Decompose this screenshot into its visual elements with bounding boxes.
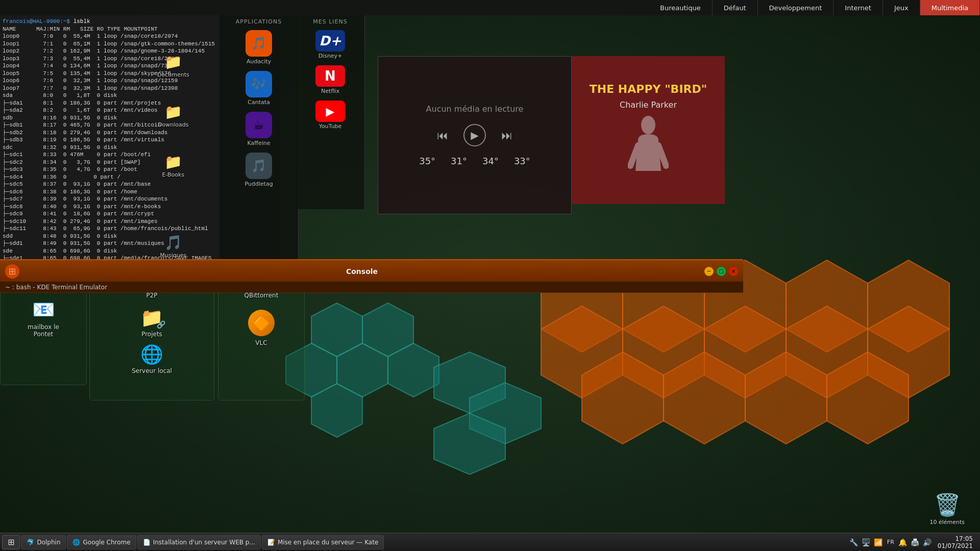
menu-internet[interactable]: Internet [834,0,883,15]
youtube-icon: ▶ [315,101,345,122]
trash-icon-img: 🗑️ [934,492,961,517]
menu-jeux[interactable]: Jeux [883,0,920,15]
menu-developpement[interactable]: Developpement [758,0,834,15]
kaffeine-icon: ☕ [246,112,272,138]
app-audacity[interactable]: 🎵 Audacity [219,27,298,68]
system-clock: 17:05 01/07/2021 [935,535,976,549]
media-play-button[interactable]: ▶ [463,124,486,146]
taskbar-left: ⊞ 🐬 Dolphin 🌐 Google Chrome 📄 Installati… [0,535,386,549]
dolphin-label: Dolphin [37,539,60,546]
console-maximize-button[interactable]: □ [717,267,726,276]
terminal-prompt-1: francois@HAL-9000:~$ [3,18,70,24]
vlc-section: QBittorrent 🔶 VLC [218,288,305,400]
terminal-command: lsblk [74,18,90,24]
media-next-button[interactable]: ⏭ [501,129,512,142]
mailbox-icon[interactable]: 📧 [32,299,55,320]
weather-temp-3: 34° [482,156,499,166]
projets-icon: 📁🔗 [140,307,163,329]
applications-panel: APPLICATIONS 🎵 Audacity 🎶 Cantata ☕ Kaff… [219,15,299,276]
console-window-controls: ─ □ × [704,267,738,276]
album-silhouette [628,115,669,176]
netflix-label: Netflix [321,88,339,94]
serveur-local-icon: 🌐 [140,344,163,365]
clock-time: 17:05 [938,535,973,542]
app-cantata[interactable]: 🎶 Cantata [219,68,298,109]
downloads-icon: 📁 [164,104,182,120]
disney-label: Disney+ [318,53,342,59]
media-no-media-text: Aucun média en lecture [426,104,524,114]
media-prev-button[interactable]: ⏮ [437,129,448,142]
link-netflix[interactable]: N Netflix [296,62,364,97]
dolphin-icon: 🐬 [27,539,34,546]
app-kaffeine[interactable]: ☕ Kaffeine [219,109,298,149]
taskbar-dolphin[interactable]: 🐬 Dolphin [21,535,66,549]
vlc-icon: 🔶 [248,310,275,336]
folder-documents[interactable]: 📁 Documents [153,51,193,81]
taskbar: ⊞ 🐬 Dolphin 🌐 Google Chrome 📄 Installati… [0,533,980,551]
console-window: ⊞ Console ─ □ × [0,259,743,282]
tray-settings-icon[interactable]: 🔧 [849,537,859,547]
console-title-bar: ⊞ Console ─ □ × [0,264,743,279]
mailbox-label: mailbox lePontet [28,323,59,338]
tray-network-icon[interactable]: 📶 [873,537,884,547]
musiques-label: Musiques [160,252,187,259]
p2p-section: P2P 📁🔗 Projets 🌐 Serveur local [89,288,214,400]
console-close-button[interactable]: × [729,267,738,276]
cantata-icon: 🎶 [246,71,272,97]
vlc-app[interactable]: 🔶 VLC [248,310,275,346]
serveur-local-label: Serveur local [132,367,172,374]
menu-multimedia[interactable]: Multimedia [920,0,980,15]
apps-panel-title: APPLICATIONS [219,15,298,27]
disney-icon: D+ [315,30,345,52]
tray-printer-icon[interactable]: 🖨️ [910,537,920,547]
album-art: THE HAPPY "BIRD" Charlie Parker [584,78,712,183]
taskbar-install[interactable]: 📄 Installation d'un serveur WEB p... [137,535,261,549]
audacity-label: Audacity [247,58,271,65]
kate-label: Mise en place du serveur — Kate [278,539,378,546]
cantata-label: Cantata [248,99,270,106]
install-icon: 📄 [143,539,151,546]
tray-hp-icon[interactable]: 🖥️ [861,537,871,547]
chrome-icon: 🌐 [72,539,80,546]
console-title: Console [24,267,699,276]
documents-icon: 📁 [164,54,182,70]
menu-bureautique[interactable]: Bureautique [649,0,713,15]
youtube-label: YouTube [319,123,342,130]
tray-volume-icon[interactable]: 🔊 [922,537,933,547]
trash-container[interactable]: 🗑️ 10 éléments [929,492,965,525]
weather-temp-1: 35° [419,156,435,166]
console-subtitle-text: ~ : bash - KDE Terminal Emulator [5,284,107,291]
projets-folder[interactable]: 📁🔗 Projets [140,307,163,338]
chrome-label: Google Chrome [83,539,130,546]
taskbar-chrome[interactable]: 🌐 Google Chrome [67,535,136,549]
link-youtube[interactable]: ▶ YouTube [296,97,364,133]
mailbox-section: 📧 mailbox lePontet [0,288,87,385]
desktop-area: 📧 mailbox lePontet P2P 📁🔗 Projets 🌐 Serv… [0,283,980,533]
app-puddletag[interactable]: 🎵 Puddletag [219,149,298,190]
album-artist: Charlie Parker [590,100,707,110]
serveur-local-folder[interactable]: 🌐 Serveur local [132,344,172,374]
folder-ebooks[interactable]: 📁 E-Books [153,151,193,181]
musiques-icon: 🎵 [164,234,182,251]
menu-defaut[interactable]: Défaut [713,0,758,15]
console-icon: ⊞ [5,264,19,279]
folder-downloads[interactable]: 📁 Downloads [153,101,193,131]
links-panel-title: MES LIENS [296,15,364,27]
console-minimize-button[interactable]: ─ [704,267,714,276]
top-menubar: Bureautique Défaut Developpement Interne… [0,0,980,15]
weather-temp-2: 31° [451,156,467,166]
projets-label: Projets [141,331,162,338]
kaffeine-label: Kaffeine [248,140,271,146]
media-controls: ⏮ ▶ ⏭ [437,124,512,146]
weather-temp-4: 33° [514,156,530,166]
puddletag-icon: 🎵 [246,153,272,179]
tray-keyboard-icon[interactable]: FR [886,537,896,547]
downloads-label: Downloads [158,121,188,128]
taskbar-kate[interactable]: 📝 Mise en place du serveur — Kate [262,535,384,549]
folder-musiques[interactable]: 🎵 Musiques [153,232,193,261]
start-button[interactable]: ⊞ [2,535,20,549]
tray-notification-icon[interactable]: 🔔 [898,537,908,547]
links-panel: MES LIENS D+ Disney+ N Netflix ▶ YouTube [296,15,365,209]
link-disney[interactable]: D+ Disney+ [296,27,364,62]
vlc-label: VLC [255,339,267,346]
